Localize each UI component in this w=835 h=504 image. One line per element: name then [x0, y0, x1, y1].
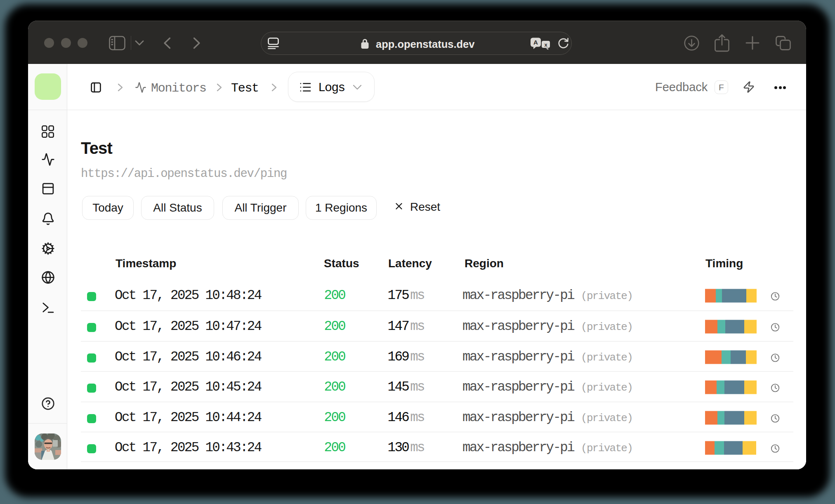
- svg-text:A: A: [533, 39, 538, 46]
- svg-text:x: x: [544, 42, 547, 48]
